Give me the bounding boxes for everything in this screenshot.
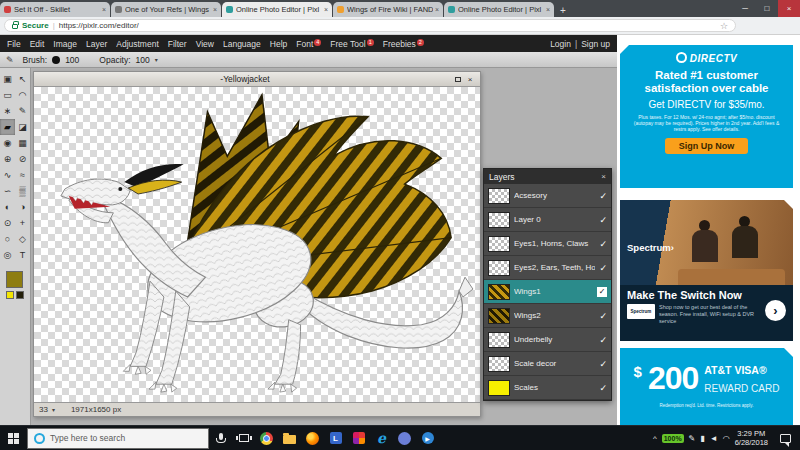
layer-row-selected[interactable]: Wings1 ✓ [484,280,611,304]
layer-visibility-check[interactable]: ✓ [599,239,607,249]
battery-tray-icon[interactable]: ▮ [700,434,704,443]
browser-tab-active[interactable]: Online Photo Editor | Pixl × [222,2,332,17]
tab-close-icon[interactable]: × [324,6,328,13]
login-link[interactable]: Login [550,39,571,49]
canvas-titlebar[interactable]: -Yellowjacket × [34,72,480,86]
tray-expand-icon[interactable]: ^ [653,434,657,443]
menu-item-image[interactable]: Image [53,39,77,49]
zoom-caret-icon[interactable]: ▾ [52,406,55,413]
canvas-close-icon[interactable]: × [464,75,476,84]
browser-tab[interactable]: Set It Off - Skillet × [0,2,110,17]
brush-size-value[interactable]: 100 [65,55,79,65]
layer-row[interactable]: Scale decor ✓ [484,352,611,376]
ad-arrow-button[interactable]: › [765,300,786,321]
menu-item-layer[interactable]: Layer [86,39,107,49]
layer-row[interactable]: Scales ✓ [484,376,611,400]
layer-visibility-check[interactable]: ✓ [599,311,607,321]
opacity-value[interactable]: 100 [136,55,150,65]
menu-item-view[interactable]: View [196,39,214,49]
directv-ad-top[interactable]: DIRECTV Rated #1 customer satisfaction o… [620,45,793,188]
tab-close-icon[interactable]: × [213,6,217,13]
tool-drawing[interactable]: ∿ [0,167,15,183]
firefox-button[interactable] [301,426,324,450]
layers-panel-close-icon[interactable]: × [601,172,606,181]
tool-type[interactable]: T [15,247,30,263]
zoom-value[interactable]: 33 [39,405,48,414]
tool-pinch[interactable]: ◇ [15,231,30,247]
maximize-button[interactable]: □ [756,0,778,17]
tool-move[interactable]: ↖ [15,71,30,87]
primary-color-swatch[interactable] [6,271,23,288]
layer-row[interactable]: Wings2 ✓ [484,304,611,328]
tool-brush[interactable]: ▰ [0,119,15,135]
layer-visibility-check[interactable]: ✓ [599,383,607,393]
browser-tab[interactable]: One of Your Refs | Wings × [111,2,221,17]
opacity-caret-icon[interactable]: ▾ [155,56,158,63]
discord-button[interactable] [393,426,416,450]
ad-choices-icon[interactable] [784,200,793,209]
media-player-button[interactable]: ▶ [416,426,439,450]
layer-visibility-check[interactable]: ✓ [599,335,607,345]
sign-up-now-button[interactable]: Sign Up Now [665,138,749,154]
action-center-button[interactable] [773,426,797,450]
browser-tab[interactable]: Online Photo Editor | Pixl × [444,2,554,17]
tab-close-icon[interactable]: × [546,6,550,13]
game-app-button[interactable] [347,426,370,450]
ad-choices-icon[interactable] [784,348,793,357]
microphone-button[interactable] [209,426,232,450]
menu-item-filter[interactable]: Filter [168,39,187,49]
tab-close-icon[interactable]: × [102,6,106,13]
tool-paint-bucket[interactable]: ◉ [0,135,15,151]
tool-blur[interactable]: ≈ [15,167,30,183]
layer-row[interactable]: Eyes2, Ears, Teeth, Horn ✓ [484,256,611,280]
signup-link[interactable]: Sign up [581,39,610,49]
close-button[interactable]: × [778,0,800,17]
file-explorer-button[interactable] [278,426,301,450]
secondary-color-swatch[interactable] [6,291,14,299]
tool-lasso[interactable]: ◠ [15,87,30,103]
tool-color-replace[interactable]: ⊘ [15,151,30,167]
layer-visibility-check[interactable]: ✓ [599,359,607,369]
tertiary-color-swatch[interactable] [16,291,24,299]
menu-item-adjustment[interactable]: Adjustment [116,39,159,49]
tool-smudge[interactable]: ∽ [0,183,15,199]
layer-row[interactable]: Layer 0 ✓ [484,208,611,232]
edge-button[interactable]: e [370,426,393,450]
battery-percent-badge[interactable]: 100% [662,434,684,443]
ad-choices-icon[interactable] [620,45,629,54]
minimize-button[interactable]: ─ [734,0,756,17]
browser-tab[interactable]: Wings of Fire Wiki | FAND × [333,2,443,17]
tool-red-eye[interactable]: ⊙ [0,215,15,231]
task-view-button[interactable] [232,426,255,450]
tab-close-icon[interactable]: × [435,6,439,13]
canvas-restore-icon[interactable] [452,75,464,84]
chrome-taskbar-button[interactable] [255,426,278,450]
directv-ad-bottom[interactable]: $ 200 AT&T VISA® REWARD CARD Redemption … [620,348,793,425]
layer-visibility-check[interactable]: ✓ [599,191,607,201]
menu-item-free-tool[interactable]: Free Tool1 [330,39,373,49]
tool-crop[interactable]: ▣ [0,71,15,87]
taskbar-clock[interactable]: 3:29 PM 6/28/2018 [735,429,768,447]
menu-item-font[interactable]: Font4 [296,39,321,49]
docs-app-button[interactable]: L [324,426,347,450]
taskbar-search-input[interactable]: Type here to search [27,428,209,449]
tool-color-picker[interactable]: ◎ [0,247,15,263]
canvas-area[interactable] [34,86,480,403]
menu-item-freebies[interactable]: Freebies2 [383,39,424,49]
menu-item-language[interactable]: Language [223,39,261,49]
layer-row[interactable]: Underbelly ✓ [484,328,611,352]
tool-eraser[interactable]: ◪ [15,119,30,135]
pen-tray-icon[interactable]: ✎ [689,434,696,443]
menu-item-edit[interactable]: Edit [30,39,45,49]
tool-wand[interactable]: ∗ [0,103,15,119]
network-tray-icon[interactable]: ◠ [723,434,730,443]
omnibox[interactable]: Secure | https://pixlr.com/editor/ ☆ [4,19,736,32]
layer-visibility-check[interactable]: ✓ [599,215,607,225]
layer-row[interactable]: Acsesory ✓ [484,184,611,208]
tool-spot-heal[interactable]: + [15,215,30,231]
layer-visibility-checkbox[interactable]: ✓ [597,287,607,297]
menu-item-help[interactable]: Help [270,39,287,49]
bookmark-star-icon[interactable]: ☆ [720,21,728,31]
tool-pencil[interactable]: ✎ [15,103,30,119]
spectrum-ad[interactable]: Spectrum› Make The Switch Now Spectrum S… [620,200,793,341]
